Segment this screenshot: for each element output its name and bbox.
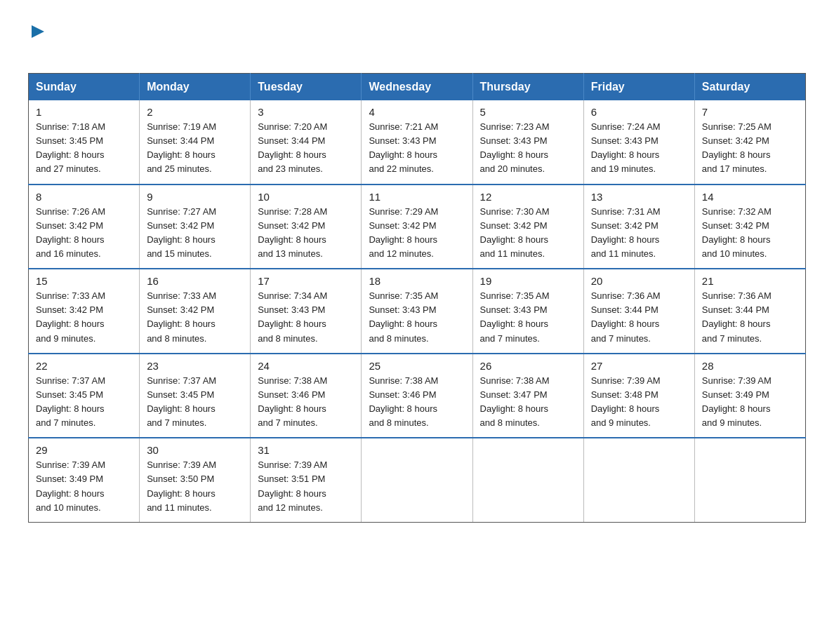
- calendar-empty-cell: [362, 438, 472, 522]
- day-number: 5: [480, 106, 576, 118]
- calendar-week-row: 15Sunrise: 7:33 AMSunset: 3:42 PMDayligh…: [29, 269, 806, 354]
- day-info: Sunrise: 7:39 AMSunset: 3:49 PMDaylight:…: [36, 458, 132, 515]
- calendar-day-cell: 3Sunrise: 7:20 AMSunset: 3:44 PMDaylight…: [251, 100, 362, 185]
- calendar-day-cell: 22Sunrise: 7:37 AMSunset: 3:45 PMDayligh…: [29, 354, 140, 438]
- day-number: 26: [480, 360, 576, 372]
- day-info: Sunrise: 7:21 AMSunset: 3:43 PMDaylight:…: [369, 120, 465, 177]
- day-number: 18: [369, 275, 465, 287]
- day-info: Sunrise: 7:24 AMSunset: 3:43 PMDaylight:…: [591, 120, 687, 177]
- day-info: Sunrise: 7:38 AMSunset: 3:46 PMDaylight:…: [258, 374, 354, 431]
- calendar-day-cell: 20Sunrise: 7:36 AMSunset: 3:44 PMDayligh…: [583, 269, 694, 354]
- calendar-day-cell: 13Sunrise: 7:31 AMSunset: 3:42 PMDayligh…: [583, 185, 694, 269]
- calendar-day-cell: 28Sunrise: 7:39 AMSunset: 3:49 PMDayligh…: [694, 354, 805, 438]
- calendar-day-cell: 30Sunrise: 7:39 AMSunset: 3:50 PMDayligh…: [140, 438, 251, 522]
- day-info: Sunrise: 7:39 AMSunset: 3:48 PMDaylight:…: [591, 374, 687, 431]
- day-number: 7: [702, 106, 798, 118]
- calendar-day-cell: 29Sunrise: 7:39 AMSunset: 3:49 PMDayligh…: [29, 438, 140, 522]
- day-number: 23: [147, 360, 243, 372]
- calendar-week-row: 29Sunrise: 7:39 AMSunset: 3:49 PMDayligh…: [29, 438, 806, 522]
- day-number: 6: [591, 106, 687, 118]
- day-info: Sunrise: 7:31 AMSunset: 3:42 PMDaylight:…: [591, 205, 687, 262]
- day-info: Sunrise: 7:28 AMSunset: 3:42 PMDaylight:…: [258, 205, 354, 262]
- calendar-day-cell: 2Sunrise: 7:19 AMSunset: 3:44 PMDaylight…: [140, 100, 251, 185]
- calendar-week-row: 8Sunrise: 7:26 AMSunset: 3:42 PMDaylight…: [29, 185, 806, 269]
- day-info: Sunrise: 7:37 AMSunset: 3:45 PMDaylight:…: [36, 374, 132, 431]
- day-number: 27: [591, 360, 687, 372]
- calendar-week-row: 22Sunrise: 7:37 AMSunset: 3:45 PMDayligh…: [29, 354, 806, 438]
- calendar-day-cell: 25Sunrise: 7:38 AMSunset: 3:46 PMDayligh…: [362, 354, 472, 438]
- page-header: [28, 21, 806, 56]
- calendar-empty-cell: [472, 438, 583, 522]
- weekday-header-row: SundayMondayTuesdayWednesdayThursdayFrid…: [29, 74, 806, 101]
- logo: [28, 21, 46, 56]
- weekday-header-saturday: Saturday: [694, 74, 805, 101]
- day-info: Sunrise: 7:20 AMSunset: 3:44 PMDaylight:…: [258, 120, 354, 177]
- day-info: Sunrise: 7:19 AMSunset: 3:44 PMDaylight:…: [147, 120, 243, 177]
- day-number: 19: [480, 275, 576, 287]
- day-number: 11: [369, 191, 465, 203]
- calendar-day-cell: 17Sunrise: 7:34 AMSunset: 3:43 PMDayligh…: [251, 269, 362, 354]
- day-number: 12: [480, 191, 576, 203]
- calendar-day-cell: 15Sunrise: 7:33 AMSunset: 3:42 PMDayligh…: [29, 269, 140, 354]
- day-info: Sunrise: 7:32 AMSunset: 3:42 PMDaylight:…: [702, 205, 798, 262]
- calendar-day-cell: 6Sunrise: 7:24 AMSunset: 3:43 PMDaylight…: [583, 100, 694, 185]
- calendar-week-row: 1Sunrise: 7:18 AMSunset: 3:45 PMDaylight…: [29, 100, 806, 185]
- calendar-day-cell: 26Sunrise: 7:38 AMSunset: 3:47 PMDayligh…: [472, 354, 583, 438]
- calendar-day-cell: 14Sunrise: 7:32 AMSunset: 3:42 PMDayligh…: [694, 185, 805, 269]
- day-info: Sunrise: 7:33 AMSunset: 3:42 PMDaylight:…: [147, 289, 243, 346]
- calendar-day-cell: 16Sunrise: 7:33 AMSunset: 3:42 PMDayligh…: [140, 269, 251, 354]
- day-info: Sunrise: 7:27 AMSunset: 3:42 PMDaylight:…: [147, 205, 243, 262]
- day-number: 20: [591, 275, 687, 287]
- day-info: Sunrise: 7:36 AMSunset: 3:44 PMDaylight:…: [591, 289, 687, 346]
- calendar-day-cell: 24Sunrise: 7:38 AMSunset: 3:46 PMDayligh…: [251, 354, 362, 438]
- svg-marker-0: [32, 25, 44, 38]
- day-number: 16: [147, 275, 243, 287]
- day-number: 29: [36, 444, 132, 456]
- day-info: Sunrise: 7:23 AMSunset: 3:43 PMDaylight:…: [480, 120, 576, 177]
- day-info: Sunrise: 7:38 AMSunset: 3:46 PMDaylight:…: [369, 374, 465, 431]
- day-number: 22: [36, 360, 132, 372]
- calendar-day-cell: 10Sunrise: 7:28 AMSunset: 3:42 PMDayligh…: [251, 185, 362, 269]
- calendar-day-cell: 11Sunrise: 7:29 AMSunset: 3:42 PMDayligh…: [362, 185, 472, 269]
- day-number: 30: [147, 444, 243, 456]
- day-number: 3: [258, 106, 354, 118]
- day-info: Sunrise: 7:36 AMSunset: 3:44 PMDaylight:…: [702, 289, 798, 346]
- day-info: Sunrise: 7:18 AMSunset: 3:45 PMDaylight:…: [36, 120, 132, 177]
- day-number: 17: [258, 275, 354, 287]
- day-number: 31: [258, 444, 354, 456]
- day-number: 1: [36, 106, 132, 118]
- day-number: 24: [258, 360, 354, 372]
- day-number: 8: [36, 191, 132, 203]
- day-info: Sunrise: 7:29 AMSunset: 3:42 PMDaylight:…: [369, 205, 465, 262]
- weekday-header-tuesday: Tuesday: [251, 74, 362, 101]
- day-number: 15: [36, 275, 132, 287]
- calendar-empty-cell: [583, 438, 694, 522]
- calendar-empty-cell: [694, 438, 805, 522]
- calendar-day-cell: 4Sunrise: 7:21 AMSunset: 3:43 PMDaylight…: [362, 100, 472, 185]
- calendar-day-cell: 23Sunrise: 7:37 AMSunset: 3:45 PMDayligh…: [140, 354, 251, 438]
- day-info: Sunrise: 7:39 AMSunset: 3:51 PMDaylight:…: [258, 458, 354, 515]
- calendar-day-cell: 18Sunrise: 7:35 AMSunset: 3:43 PMDayligh…: [362, 269, 472, 354]
- day-info: Sunrise: 7:37 AMSunset: 3:45 PMDaylight:…: [147, 374, 243, 431]
- day-info: Sunrise: 7:38 AMSunset: 3:47 PMDaylight:…: [480, 374, 576, 431]
- day-number: 2: [147, 106, 243, 118]
- day-info: Sunrise: 7:35 AMSunset: 3:43 PMDaylight:…: [369, 289, 465, 346]
- calendar-day-cell: 27Sunrise: 7:39 AMSunset: 3:48 PMDayligh…: [583, 354, 694, 438]
- day-number: 13: [591, 191, 687, 203]
- weekday-header-thursday: Thursday: [472, 74, 583, 101]
- day-number: 4: [369, 106, 465, 118]
- day-number: 10: [258, 191, 354, 203]
- calendar-day-cell: 12Sunrise: 7:30 AMSunset: 3:42 PMDayligh…: [472, 185, 583, 269]
- calendar-day-cell: 19Sunrise: 7:35 AMSunset: 3:43 PMDayligh…: [472, 269, 583, 354]
- day-info: Sunrise: 7:30 AMSunset: 3:42 PMDaylight:…: [480, 205, 576, 262]
- day-info: Sunrise: 7:33 AMSunset: 3:42 PMDaylight:…: [36, 289, 132, 346]
- day-info: Sunrise: 7:26 AMSunset: 3:42 PMDaylight:…: [36, 205, 132, 262]
- calendar-day-cell: 7Sunrise: 7:25 AMSunset: 3:42 PMDaylight…: [694, 100, 805, 185]
- day-info: Sunrise: 7:39 AMSunset: 3:49 PMDaylight:…: [702, 374, 798, 431]
- calendar-day-cell: 1Sunrise: 7:18 AMSunset: 3:45 PMDaylight…: [29, 100, 140, 185]
- calendar-day-cell: 31Sunrise: 7:39 AMSunset: 3:51 PMDayligh…: [251, 438, 362, 522]
- calendar-table: SundayMondayTuesdayWednesdayThursdayFrid…: [28, 73, 806, 523]
- weekday-header-sunday: Sunday: [29, 74, 140, 101]
- day-number: 9: [147, 191, 243, 203]
- logo-triangle-icon: [30, 24, 46, 39]
